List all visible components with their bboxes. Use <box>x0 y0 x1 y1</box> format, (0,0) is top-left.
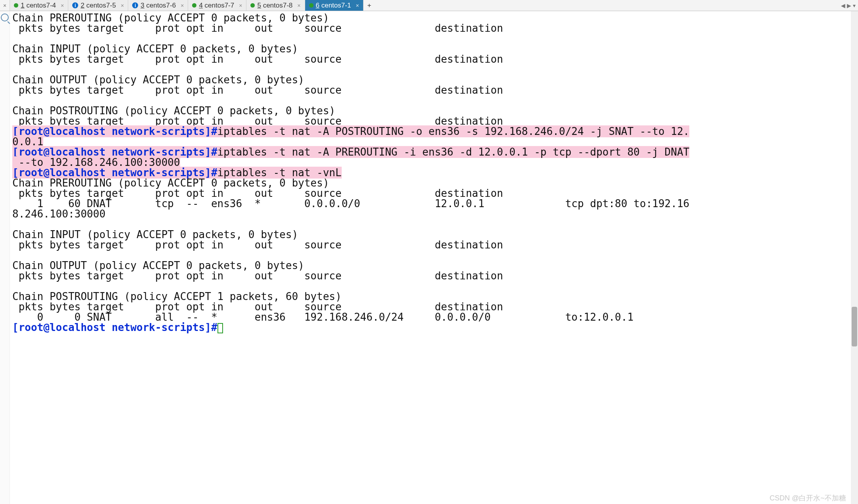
output-line: pkts bytes target prot opt in out source… <box>12 239 503 251</box>
new-tab-button[interactable]: + <box>364 0 375 11</box>
status-dot-icon <box>192 3 196 8</box>
nav-right-icon[interactable]: ▶ <box>847 2 851 9</box>
info-icon <box>72 2 78 8</box>
output-line: 8.246.100:30000 <box>12 208 106 220</box>
tab-centos7-7[interactable]: 4 centos7-7 × <box>188 0 246 11</box>
nav-menu-icon[interactable]: ▾ <box>853 2 856 9</box>
close-icon[interactable]: × <box>61 2 64 9</box>
status-dot-icon <box>309 3 314 8</box>
close-icon[interactable]: × <box>121 2 124 9</box>
watermark: CSDN @白开水~不加糖 <box>770 494 846 502</box>
tab-centos7-1[interactable]: 6 centos7-1 × <box>305 0 364 11</box>
tab-hotkey: 2 <box>81 2 84 9</box>
close-icon[interactable]: × <box>356 2 359 9</box>
tab-centos7-4[interactable]: 1 centos7-4 × <box>10 0 68 11</box>
output-line: pkts bytes target prot opt in out source… <box>12 22 503 34</box>
output-line: pkts bytes target prot opt in out source… <box>12 53 503 65</box>
tab-label: centos7-4 <box>26 2 56 9</box>
tab-bar: × 1 centos7-4 × 2 centos7-5 × 3 centos7-… <box>0 0 858 11</box>
tab-centos7-8[interactable]: 5 centos7-8 × <box>246 0 305 11</box>
close-icon[interactable]: × <box>297 2 300 9</box>
tab-label: centos7-1 <box>321 2 351 9</box>
command-text: iptables -t nat -A PREROUTING -i ens36 -… <box>217 146 690 158</box>
status-dot-icon <box>250 3 255 8</box>
output-line: pkts bytes target prot opt in out source… <box>12 270 503 282</box>
close-all-tabs[interactable]: × <box>0 0 10 11</box>
shell-prompt: [root@localhost network-scripts]# <box>12 321 217 333</box>
tab-label: centos7-5 <box>86 2 116 9</box>
close-icon[interactable]: × <box>181 2 184 9</box>
tab-centos7-6[interactable]: 3 centos7-6 × <box>128 0 188 11</box>
tab-label: centos7-6 <box>146 2 176 9</box>
command-text: iptables -t nat -A POSTROUTING -o ens36 … <box>217 125 690 137</box>
tab-hotkey: 6 <box>316 2 319 9</box>
tab-nav: ◀ ▶ ▾ <box>839 0 858 11</box>
status-dot-icon <box>14 3 18 8</box>
tab-label: centos7-7 <box>205 2 235 9</box>
tab-hotkey: 3 <box>140 2 144 9</box>
info-icon <box>132 2 138 8</box>
tab-label: centos7-8 <box>263 2 293 9</box>
close-icon[interactable]: × <box>239 2 242 9</box>
tab-centos7-5[interactable]: 2 centos7-5 × <box>68 0 128 11</box>
cursor-icon <box>217 323 223 333</box>
scrollbar-thumb[interactable] <box>852 307 857 346</box>
nav-left-icon[interactable]: ◀ <box>841 2 845 9</box>
tab-hotkey: 5 <box>257 2 261 9</box>
output-line: 1 60 DNAT tcp -- ens36 * 0.0.0.0/0 12.0.… <box>12 198 689 210</box>
scrollbar[interactable] <box>851 11 858 504</box>
left-gutter <box>0 11 10 504</box>
tab-hotkey: 1 <box>21 2 24 9</box>
output-line: pkts bytes target prot opt in out source… <box>12 84 503 96</box>
terminal-output[interactable]: Chain PREROUTING (policy ACCEPT 0 packet… <box>10 11 858 504</box>
search-icon[interactable] <box>1 13 9 21</box>
tab-hotkey: 4 <box>199 2 202 9</box>
